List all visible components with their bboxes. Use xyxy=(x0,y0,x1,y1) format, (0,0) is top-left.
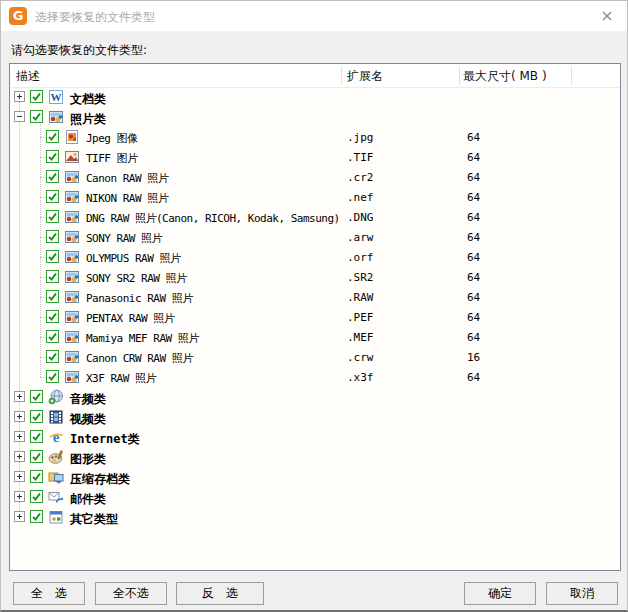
tree-row[interactable]: TIFF 图片.TIF64 xyxy=(10,147,620,167)
row-label: SONY SR2 RAW 照片 xyxy=(86,271,187,286)
svg-text:W: W xyxy=(51,91,62,103)
tree-row[interactable]: 其它类型 xyxy=(10,507,620,527)
tree-row[interactable]: SONY SR2 RAW 照片.SR264 xyxy=(10,267,620,287)
tree-row[interactable]: W文档类 xyxy=(10,87,620,107)
row-checkbox[interactable] xyxy=(46,310,59,323)
row-checkbox[interactable] xyxy=(30,490,43,503)
row-extension: .x3f xyxy=(347,371,374,384)
row-label: Canon RAW 照片 xyxy=(86,171,168,186)
tree-row[interactable]: Panasonic RAW 照片.RAW64 xyxy=(10,287,620,307)
title-bar: G 选择要恢复的文件类型 × xyxy=(1,1,627,31)
row-checkbox[interactable] xyxy=(46,170,59,183)
photo-icon xyxy=(64,349,80,365)
invert-selection-button[interactable]: 反 选 xyxy=(176,582,264,605)
ok-button[interactable]: 确定 xyxy=(464,582,536,605)
row-label: 视频类 xyxy=(70,411,106,428)
expand-toggle-icon[interactable] xyxy=(14,511,25,522)
app-logo-icon: G xyxy=(9,7,27,25)
column-header-description[interactable]: 描述 xyxy=(16,68,40,85)
row-checkbox[interactable] xyxy=(46,190,59,203)
tree-row[interactable]: OLYMPUS RAW 照片.orf64 xyxy=(10,247,620,267)
tree-row[interactable]: Mamiya MEF RAW 照片.MEF64 xyxy=(10,327,620,347)
column-divider xyxy=(459,66,460,85)
tree-row[interactable]: 音频类 xyxy=(10,387,620,407)
tree-row[interactable]: SONY RAW 照片.arw64 xyxy=(10,227,620,247)
row-checkbox[interactable] xyxy=(30,450,43,463)
cancel-button[interactable]: 取消 xyxy=(546,582,618,605)
close-icon[interactable]: × xyxy=(595,4,619,28)
expand-toggle-icon[interactable] xyxy=(14,411,25,422)
row-checkbox[interactable] xyxy=(46,350,59,363)
select-all-button[interactable]: 全 选 xyxy=(13,582,85,605)
row-extension: .arw xyxy=(347,231,374,244)
expand-toggle-icon[interactable] xyxy=(14,391,25,402)
svg-text:e: e xyxy=(53,429,60,445)
tree-row[interactable]: 压缩存档类 xyxy=(10,467,620,487)
row-label: Mamiya MEF RAW 照片 xyxy=(86,331,199,346)
row-label: 邮件类 xyxy=(70,491,106,508)
row-checkbox[interactable] xyxy=(30,410,43,423)
row-checkbox[interactable] xyxy=(46,150,59,163)
tree-row[interactable]: 视频类 xyxy=(10,407,620,427)
row-maxsize: 64 xyxy=(467,331,480,344)
photo-icon xyxy=(64,269,80,285)
tree-row[interactable]: 邮件类 xyxy=(10,487,620,507)
row-checkbox[interactable] xyxy=(30,510,43,523)
row-checkbox[interactable] xyxy=(30,110,43,123)
tree-row[interactable]: DNG RAW 照片(Canon, RICOH, Kodak, Samsung)… xyxy=(10,207,620,227)
row-maxsize: 64 xyxy=(467,151,480,164)
tree-row[interactable]: 照片类 xyxy=(10,107,620,127)
row-label: TIFF 图片 xyxy=(86,151,138,166)
row-checkbox[interactable] xyxy=(46,370,59,383)
tree-row[interactable]: X3F RAW 照片.x3f64 xyxy=(10,367,620,387)
row-checkbox[interactable] xyxy=(30,90,43,103)
row-checkbox[interactable] xyxy=(30,470,43,483)
tree-row[interactable]: NIKON RAW 照片.nef64 xyxy=(10,187,620,207)
tree-row[interactable]: Canon RAW 照片.cr264 xyxy=(10,167,620,187)
tree-row[interactable]: Jpeg 图像.jpg64 xyxy=(10,127,620,147)
row-checkbox[interactable] xyxy=(46,330,59,343)
column-header-extension[interactable]: 扩展名 xyxy=(347,68,383,85)
row-maxsize: 64 xyxy=(467,191,480,204)
row-extension: .PEF xyxy=(347,311,374,324)
collapse-toggle-icon[interactable] xyxy=(14,111,25,122)
row-label: Jpeg 图像 xyxy=(86,131,138,146)
tree-row[interactable]: 图形类 xyxy=(10,447,620,467)
row-checkbox[interactable] xyxy=(46,210,59,223)
row-extension: .crw xyxy=(347,351,374,364)
photo-icon xyxy=(64,289,80,305)
row-label: Panasonic RAW 照片 xyxy=(86,291,193,306)
row-checkbox[interactable] xyxy=(46,290,59,303)
row-maxsize: 64 xyxy=(467,271,480,284)
row-extension: .SR2 xyxy=(347,271,374,284)
row-checkbox[interactable] xyxy=(46,250,59,263)
tree-row[interactable]: PENTAX RAW 照片.PEF64 xyxy=(10,307,620,327)
expand-toggle-icon[interactable] xyxy=(14,471,25,482)
row-checkbox[interactable] xyxy=(46,230,59,243)
row-checkbox[interactable] xyxy=(46,270,59,283)
deselect-all-button[interactable]: 全不选 xyxy=(95,582,167,605)
tiff-icon xyxy=(64,149,80,165)
file-type-dialog: G 选择要恢复的文件类型 × 请勾选要恢复的文件类型: 描述 扩展名 最大尺寸(… xyxy=(0,0,628,612)
column-header-maxsize[interactable]: 最大尺寸( MB ) xyxy=(463,68,547,85)
expand-toggle-icon[interactable] xyxy=(14,431,25,442)
row-extension: .DNG xyxy=(347,211,374,224)
row-label: NIKON RAW 照片 xyxy=(86,191,168,206)
expand-toggle-icon[interactable] xyxy=(14,491,25,502)
row-label: SONY RAW 照片 xyxy=(86,231,162,246)
tree-row[interactable]: eInternet类 xyxy=(10,427,620,447)
tree-rows: W文档类照片类Jpeg 图像.jpg64TIFF 图片.TIF64Canon R… xyxy=(10,87,620,570)
row-label: 音频类 xyxy=(70,391,106,408)
tree-row[interactable]: Canon CRW RAW 照片.crw16 xyxy=(10,347,620,367)
expand-toggle-icon[interactable] xyxy=(14,91,25,102)
row-extension: .orf xyxy=(347,251,374,264)
photo-icon xyxy=(64,209,80,225)
expand-toggle-icon[interactable] xyxy=(14,451,25,462)
row-label: Canon CRW RAW 照片 xyxy=(86,351,193,366)
row-checkbox[interactable] xyxy=(46,130,59,143)
row-checkbox[interactable] xyxy=(30,390,43,403)
row-maxsize: 64 xyxy=(467,311,480,324)
row-checkbox[interactable] xyxy=(30,430,43,443)
photo-icon xyxy=(48,109,64,125)
photo-icon xyxy=(64,249,80,265)
